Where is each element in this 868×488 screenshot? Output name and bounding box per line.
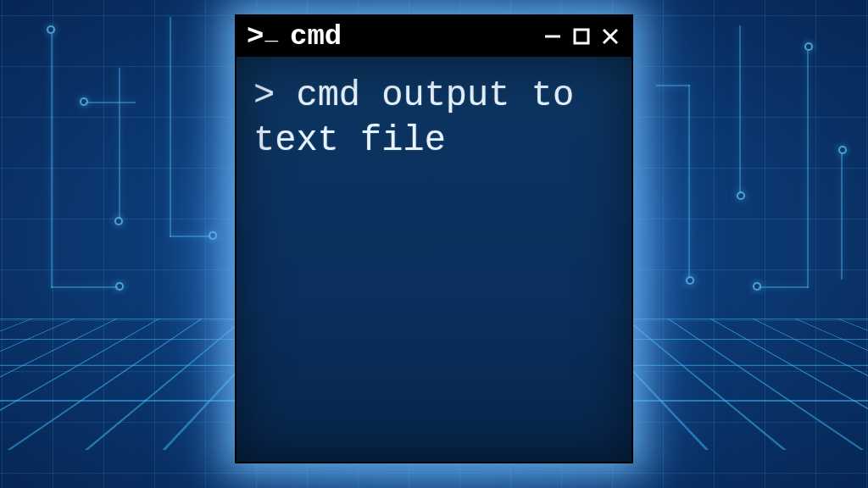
terminal-prompt-char: > [253,75,275,116]
minimize-button[interactable] [542,25,564,47]
close-button[interactable] [599,25,621,47]
terminal-output: > cmd output to text file [253,74,615,163]
minimize-icon [543,27,562,46]
prompt-icon: >_ [247,22,278,51]
terminal-command-text: cmd output to text file [253,75,595,161]
window-title: cmd [290,20,342,53]
close-icon [601,27,620,46]
titlebar[interactable]: >_ cmd [236,16,632,57]
maximize-icon [572,27,591,46]
terminal-window: >_ cmd > cmd output to text fil [235,14,633,463]
window-controls [542,25,621,47]
maximize-button[interactable] [570,25,593,47]
svg-rect-1 [575,30,588,43]
terminal-body[interactable]: > cmd output to text file [236,57,632,462]
